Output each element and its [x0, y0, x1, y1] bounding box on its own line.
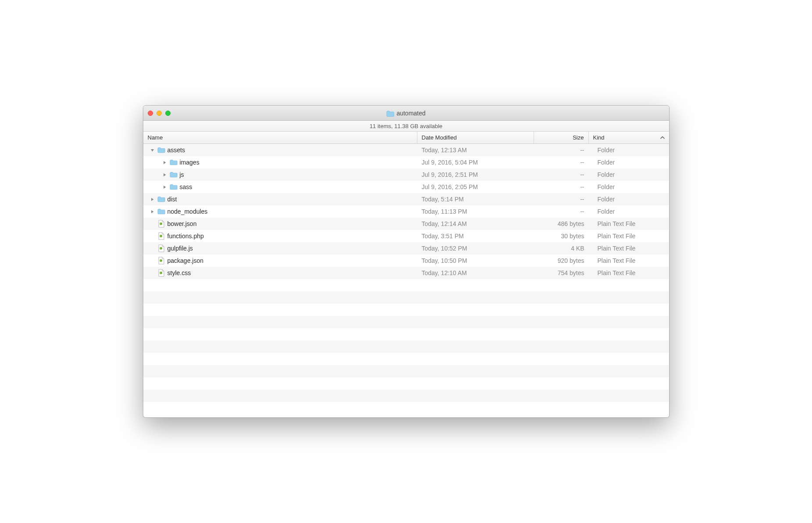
name-cell: images — [143, 158, 417, 166]
name-cell: bower.json — [143, 220, 417, 228]
name-cell: dist — [143, 195, 417, 203]
name-cell: node_modules — [143, 208, 417, 215]
empty-row — [143, 328, 669, 340]
traffic-lights — [148, 111, 171, 116]
kind-cell: Folder — [589, 147, 669, 154]
column-header-row: Name Date Modified Size Kind — [143, 132, 669, 144]
folder-icon — [157, 146, 165, 154]
file-name: sass — [180, 183, 192, 190]
kind-cell: Folder — [589, 208, 669, 215]
size-cell: 4 KB — [534, 245, 589, 252]
kind-cell: Plain Text File — [589, 233, 669, 240]
disclosure-triangle-icon[interactable] — [162, 184, 167, 190]
name-cell: style.css — [143, 269, 417, 277]
column-header-label: Date Modified — [422, 134, 457, 141]
file-name: gulpfile.js — [167, 245, 193, 252]
date-cell: Jul 9, 2016, 2:51 PM — [417, 171, 534, 178]
status-bar: 11 items, 11.38 GB available — [143, 121, 669, 132]
file-name: package.json — [167, 257, 204, 264]
file-list: assetsToday, 12:13 AM--FolderimagesJul 9… — [143, 144, 669, 417]
date-cell: Jul 9, 2016, 5:04 PM — [417, 159, 534, 166]
column-header-name[interactable]: Name — [143, 132, 417, 143]
column-header-label: Kind — [593, 134, 605, 141]
date-cell: Today, 11:13 PM — [417, 208, 534, 215]
size-cell: -- — [534, 196, 589, 203]
date-cell: Today, 12:10 AM — [417, 269, 534, 276]
file-icon — [157, 244, 165, 252]
file-icon — [157, 269, 165, 277]
date-cell: Today, 5:14 PM — [417, 196, 534, 203]
empty-row — [143, 279, 669, 291]
kind-cell: Plain Text File — [589, 220, 669, 227]
size-cell: -- — [534, 183, 589, 190]
disclosure-triangle-icon[interactable] — [162, 172, 167, 177]
kind-cell: Plain Text File — [589, 257, 669, 264]
file-icon — [157, 220, 165, 228]
size-cell: 30 bytes — [534, 233, 589, 240]
folder-icon — [170, 183, 178, 191]
file-name: node_modules — [167, 208, 208, 215]
kind-cell: Folder — [589, 196, 669, 203]
folder-icon — [170, 171, 178, 179]
size-cell: -- — [534, 208, 589, 215]
date-cell: Today, 10:50 PM — [417, 257, 534, 264]
minimize-button[interactable] — [157, 111, 162, 116]
close-button[interactable] — [148, 111, 153, 116]
window-title: automated — [396, 110, 425, 117]
name-cell: sass — [143, 183, 417, 191]
folder-icon — [386, 111, 393, 116]
table-row[interactable]: functions.phpToday, 3:51 PM30 bytesPlain… — [143, 230, 669, 242]
file-name: style.css — [167, 269, 191, 276]
disclosure-triangle-icon[interactable] — [150, 197, 155, 202]
file-name: functions.php — [167, 233, 204, 240]
column-header-label: Size — [573, 134, 584, 141]
kind-cell: Folder — [589, 159, 669, 166]
date-cell: Today, 3:51 PM — [417, 233, 534, 240]
table-row[interactable]: assetsToday, 12:13 AM--Folder — [143, 144, 669, 156]
empty-row — [143, 291, 669, 304]
empty-row — [143, 365, 669, 377]
kind-cell: Folder — [589, 171, 669, 178]
kind-cell: Plain Text File — [589, 245, 669, 252]
disclosure-triangle-icon[interactable] — [162, 160, 167, 165]
window-title-area: automated — [143, 110, 669, 117]
disclosure-triangle-icon[interactable] — [150, 209, 155, 214]
disclosure-triangle-icon[interactable] — [150, 147, 155, 153]
table-row[interactable]: sassJul 9, 2016, 2:05 PM--Folder — [143, 181, 669, 193]
table-row[interactable]: style.cssToday, 12:10 AM754 bytesPlain T… — [143, 267, 669, 279]
date-cell: Today, 12:13 AM — [417, 147, 534, 154]
date-cell: Jul 9, 2016, 2:05 PM — [417, 183, 534, 190]
file-icon — [157, 232, 165, 240]
size-cell: 754 bytes — [534, 269, 589, 276]
table-row[interactable]: distToday, 5:14 PM--Folder — [143, 193, 669, 205]
empty-row — [143, 316, 669, 328]
file-icon — [157, 257, 165, 265]
status-text: 11 items, 11.38 GB available — [370, 123, 442, 129]
empty-row — [143, 340, 669, 353]
column-header-size[interactable]: Size — [534, 132, 589, 143]
table-row[interactable]: node_modulesToday, 11:13 PM--Folder — [143, 205, 669, 218]
table-row[interactable]: bower.jsonToday, 12:14 AM486 bytesPlain … — [143, 218, 669, 230]
table-row[interactable]: imagesJul 9, 2016, 5:04 PM--Folder — [143, 156, 669, 168]
column-header-label: Name — [148, 134, 163, 141]
chevron-up-icon — [660, 134, 665, 141]
kind-cell: Folder — [589, 183, 669, 190]
column-header-date[interactable]: Date Modified — [417, 132, 534, 143]
file-name: images — [180, 159, 199, 166]
date-cell: Today, 12:14 AM — [417, 220, 534, 227]
name-cell: assets — [143, 146, 417, 154]
table-row[interactable]: gulpfile.jsToday, 10:52 PM4 KBPlain Text… — [143, 242, 669, 254]
table-row[interactable]: jsJul 9, 2016, 2:51 PM--Folder — [143, 168, 669, 181]
size-cell: -- — [534, 171, 589, 178]
table-row[interactable]: package.jsonToday, 10:50 PM920 bytesPlai… — [143, 254, 669, 267]
folder-icon — [157, 195, 165, 203]
folder-icon — [157, 208, 165, 215]
finder-window: automated 11 items, 11.38 GB available N… — [143, 105, 670, 418]
column-header-kind[interactable]: Kind — [589, 132, 669, 143]
file-name: bower.json — [167, 220, 197, 227]
titlebar[interactable]: automated — [143, 106, 669, 121]
empty-row — [143, 304, 669, 316]
zoom-button[interactable] — [165, 111, 171, 116]
size-cell: 486 bytes — [534, 220, 589, 227]
size-cell: -- — [534, 159, 589, 166]
